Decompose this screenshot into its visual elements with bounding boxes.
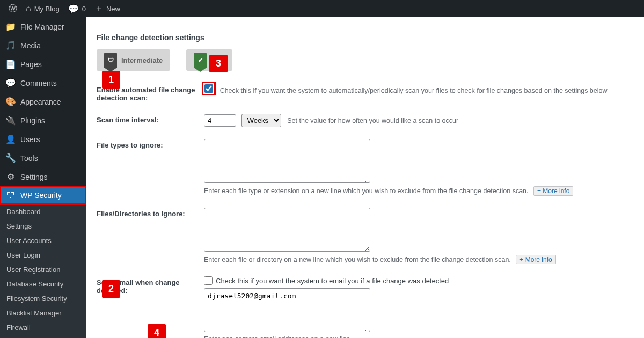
enable-scan-checkbox[interactable] bbox=[204, 84, 213, 93]
site-name[interactable]: ⌂My Blog bbox=[21, 0, 64, 17]
menu-label: Appearance bbox=[20, 98, 61, 106]
sub-dashboard[interactable]: Dashboard bbox=[0, 204, 86, 219]
media-icon: 🎵 bbox=[5, 40, 16, 50]
sub-brute-force[interactable]: Brute Force bbox=[0, 335, 86, 338]
enable-scan-desc: Check this if you want the system to aut… bbox=[220, 87, 608, 94]
shield-icon: 🛡 bbox=[5, 190, 16, 200]
menu-appearance[interactable]: 🎨Appearance bbox=[0, 92, 86, 111]
dirs-label: Files/Directories to ignore: bbox=[97, 208, 204, 218]
sub-settings[interactable]: Settings bbox=[0, 219, 86, 233]
enable-checkbox-highlight bbox=[204, 84, 214, 93]
badge-level: 🛡Intermediate bbox=[97, 49, 170, 71]
sub-user-login[interactable]: User Login bbox=[0, 248, 86, 262]
comments-link[interactable]: 💬0 bbox=[64, 0, 90, 17]
shield-grey-icon: 🛡 bbox=[104, 53, 117, 68]
email-desc: Enter one or more email addresses on a n… bbox=[204, 335, 633, 338]
comment-icon: 💬 bbox=[68, 4, 79, 14]
row-scan-interval: Scan time interval: Weeks Set the value … bbox=[97, 114, 633, 127]
badge-score-text: 0/20 bbox=[211, 56, 224, 64]
menu-users[interactable]: 👤Users bbox=[0, 130, 86, 149]
menu-media[interactable]: 🎵Media bbox=[0, 36, 86, 55]
interval-desc: Set the value for how often you would li… bbox=[287, 117, 458, 124]
wordpress-icon: ⓦ bbox=[9, 3, 17, 14]
badge-level-text: Intermediate bbox=[121, 56, 163, 64]
comment-icon: 💬 bbox=[5, 78, 16, 88]
email-cb-label: Check this if you want the system to ema… bbox=[216, 277, 449, 285]
sub-database-security[interactable]: Database Security bbox=[0, 277, 86, 291]
menu-label: Users bbox=[20, 135, 40, 144]
row-dirs: Files/Directories to ignore: Enter each … bbox=[97, 208, 633, 264]
dirs-more-info[interactable]: + More info bbox=[516, 255, 555, 264]
menu-file-manager[interactable]: 📁File Manager bbox=[0, 17, 86, 36]
interval-label: Scan time interval: bbox=[97, 114, 204, 124]
wp-security-submenu: Dashboard Settings User Accounts User Lo… bbox=[0, 204, 86, 338]
section-title: File change detection settings bbox=[97, 33, 633, 42]
row-filetypes: File types to ignore: Enter each file ty… bbox=[97, 139, 633, 196]
plus-icon: ＋ bbox=[94, 3, 103, 14]
plugin-icon: 🔌 bbox=[5, 115, 16, 126]
menu-comments[interactable]: 💬Comments bbox=[0, 74, 86, 92]
folder-icon: 📁 bbox=[5, 21, 16, 32]
wp-logo[interactable]: ⓦ bbox=[4, 0, 21, 17]
email-checkbox[interactable] bbox=[204, 276, 213, 285]
filetypes-label: File types to ignore: bbox=[97, 139, 204, 149]
shield-green-icon: ✔ bbox=[194, 53, 207, 68]
menu-wp-security[interactable]: 🛡WP Security bbox=[0, 186, 86, 204]
menu-label: Media bbox=[20, 41, 41, 50]
row-enable-scan: Enable automated file change detection s… bbox=[97, 84, 633, 102]
gear-icon: ⚙ bbox=[5, 172, 16, 182]
page-icon: 📄 bbox=[5, 59, 16, 69]
sub-blacklist-manager[interactable]: Blacklist Manager bbox=[0, 306, 86, 320]
user-icon: 👤 bbox=[5, 134, 16, 144]
brush-icon: 🎨 bbox=[5, 97, 16, 107]
sub-user-accounts[interactable]: User Accounts bbox=[0, 233, 86, 248]
menu-label: Pages bbox=[20, 60, 42, 69]
menu-settings[interactable]: ⚙Settings bbox=[0, 167, 86, 186]
dirs-desc: Enter each file or directory on a new li… bbox=[204, 256, 511, 263]
sub-user-registration[interactable]: User Registration bbox=[0, 262, 86, 277]
menu-tools[interactable]: 🔧Tools bbox=[0, 149, 86, 167]
settings-panel: File change detection settings 🛡Intermed… bbox=[86, 17, 644, 338]
security-badges: 🛡Intermediate ✔0/20 bbox=[97, 49, 633, 71]
sub-filesystem-security[interactable]: Filesystem Security bbox=[0, 291, 86, 306]
sub-firewall[interactable]: Firewall bbox=[0, 320, 86, 335]
menu-pages[interactable]: 📄Pages bbox=[0, 55, 86, 74]
enable-scan-label: Enable automated file change detection s… bbox=[97, 84, 204, 102]
menu-plugins[interactable]: 🔌Plugins bbox=[0, 111, 86, 130]
site-name-label: My Blog bbox=[34, 5, 60, 13]
filetypes-desc: Enter each file type or extension on a n… bbox=[204, 187, 529, 195]
interval-input[interactable] bbox=[204, 114, 236, 127]
menu-label: Settings bbox=[20, 173, 48, 181]
filetypes-textarea[interactable] bbox=[204, 139, 370, 183]
wrench-icon: 🔧 bbox=[5, 153, 16, 163]
menu-label: Tools bbox=[20, 154, 38, 163]
home-icon: ⌂ bbox=[26, 4, 31, 13]
admin-bar: ⓦ ⌂My Blog 💬0 ＋New bbox=[0, 0, 644, 17]
filetypes-more-info[interactable]: + More info bbox=[533, 186, 573, 196]
row-email: Send email when change detected: Check t… bbox=[97, 276, 633, 338]
menu-label: Comments bbox=[20, 79, 57, 87]
comments-count: 0 bbox=[82, 5, 86, 13]
new-label: New bbox=[106, 5, 120, 13]
menu-label: WP Security bbox=[20, 191, 62, 200]
badge-score: ✔0/20 bbox=[186, 49, 232, 71]
admin-sidebar: 📁File Manager 🎵Media 📄Pages 💬Comments 🎨A… bbox=[0, 17, 86, 338]
email-label: Send email when change detected: bbox=[97, 276, 204, 295]
email-textarea[interactable]: djrasel5202@gmail.com bbox=[204, 288, 370, 332]
new-content[interactable]: ＋New bbox=[90, 0, 125, 17]
dirs-textarea[interactable] bbox=[204, 208, 370, 252]
interval-unit-select[interactable]: Weeks bbox=[241, 114, 281, 127]
menu-label: Plugins bbox=[20, 116, 45, 125]
menu-label: File Manager bbox=[20, 23, 64, 31]
